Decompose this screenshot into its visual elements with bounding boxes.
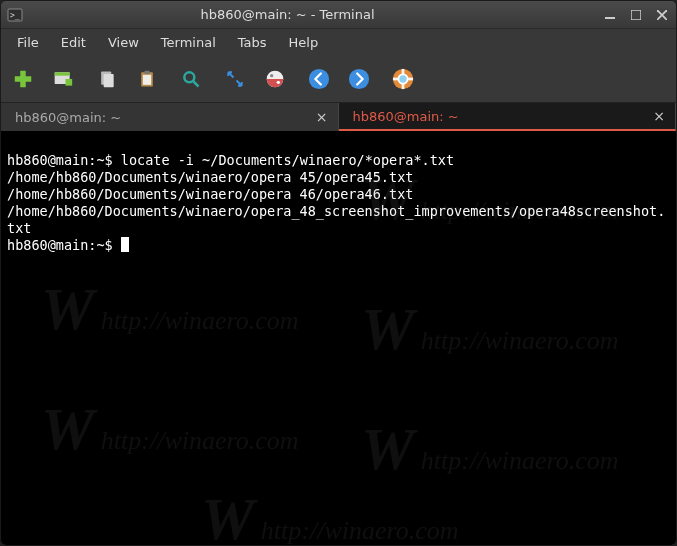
forward-button[interactable] <box>347 67 371 91</box>
output-line: /home/hb860/Documents/winaero/opera 46/o… <box>7 186 413 202</box>
output-line: /home/hb860/Documents/winaero/opera_48_s… <box>7 203 665 236</box>
paste-button[interactable] <box>135 67 159 91</box>
terminal-window: >_ hb860@main: ~ - Terminal File Edit Vi… <box>0 0 677 546</box>
search-button[interactable] <box>179 67 203 91</box>
new-window-button[interactable] <box>51 67 75 91</box>
prompt-path: ~ <box>96 152 104 168</box>
tab-label: hb860@main: ~ <box>15 110 121 125</box>
svg-point-27 <box>399 75 406 82</box>
menu-file[interactable]: File <box>7 32 49 53</box>
tab-1[interactable]: hb860@main: ~ × <box>1 103 339 131</box>
tab-close-icon[interactable]: × <box>653 108 665 124</box>
prompt-suffix: $ <box>105 152 113 168</box>
tab-close-icon[interactable]: × <box>316 109 328 125</box>
copy-button[interactable] <box>95 67 119 91</box>
help-button[interactable] <box>391 67 415 91</box>
preferences-button[interactable] <box>263 67 287 91</box>
toolbar <box>1 55 676 103</box>
output-line: /home/hb860/Documents/winaero/opera 45/o… <box>7 169 413 185</box>
close-button[interactable] <box>654 7 670 23</box>
watermark: W http://winaero.com <box>361 321 619 349</box>
window-controls <box>602 7 670 23</box>
back-button[interactable] <box>307 67 331 91</box>
watermark: W http://winaero.com <box>41 301 299 329</box>
window-title: hb860@main: ~ - Terminal <box>0 7 602 22</box>
prompt-suffix: $ <box>105 237 113 253</box>
command-text: locate -i ~/Documents/winaero/*opera*.tx… <box>121 152 454 168</box>
menu-help[interactable]: Help <box>279 32 329 53</box>
menu-view[interactable]: View <box>98 32 149 53</box>
svg-point-21 <box>309 68 329 88</box>
svg-rect-2 <box>605 17 615 19</box>
svg-rect-12 <box>104 74 114 87</box>
svg-rect-7 <box>15 76 32 82</box>
svg-point-20 <box>277 80 280 83</box>
minimize-button[interactable] <box>602 7 618 23</box>
watermark: W http://winaero.com <box>41 421 299 449</box>
tabbar: hb860@main: ~ × hb860@main: ~ × <box>1 103 676 131</box>
cursor <box>121 237 129 252</box>
svg-rect-15 <box>145 70 150 73</box>
maximize-button[interactable] <box>628 7 644 23</box>
tab-label: hb860@main: ~ <box>353 109 459 124</box>
svg-point-22 <box>349 68 369 88</box>
menu-edit[interactable]: Edit <box>51 32 96 53</box>
titlebar[interactable]: >_ hb860@main: ~ - Terminal <box>1 1 676 29</box>
svg-line-17 <box>194 81 199 86</box>
svg-point-16 <box>184 72 194 82</box>
svg-rect-14 <box>143 74 151 84</box>
watermark: W http://winaero.com <box>361 441 619 469</box>
tab-2[interactable]: hb860@main: ~ × <box>339 103 677 131</box>
menubar: File Edit View Terminal Tabs Help <box>1 29 676 55</box>
svg-point-19 <box>270 74 273 77</box>
terminal-viewport[interactable]: hb860@main:~$ locate -i ~/Documents/wina… <box>1 131 676 545</box>
menu-tabs[interactable]: Tabs <box>228 32 277 53</box>
fullscreen-button[interactable] <box>223 67 247 91</box>
svg-rect-10 <box>66 79 73 86</box>
svg-rect-9 <box>55 72 70 75</box>
prompt-path: ~ <box>96 237 104 253</box>
prompt-user: hb860@main <box>7 152 88 168</box>
menu-terminal[interactable]: Terminal <box>151 32 226 53</box>
new-tab-button[interactable] <box>11 67 35 91</box>
svg-rect-3 <box>631 10 641 20</box>
prompt-user: hb860@main <box>7 237 88 253</box>
watermark: W http://winaero.com <box>201 511 459 539</box>
